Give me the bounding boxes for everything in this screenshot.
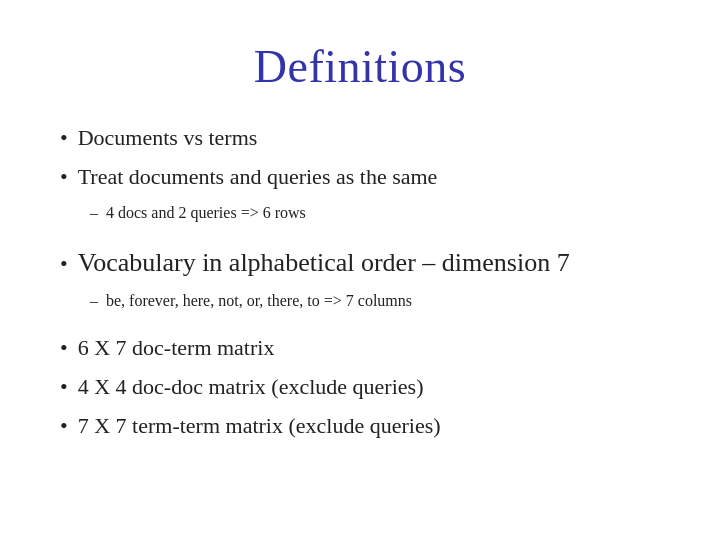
- sub-dash: –: [90, 204, 98, 222]
- bullet-dot: •: [60, 411, 68, 442]
- bullet-text: 7 X 7 term-term matrix (exclude queries): [78, 411, 441, 442]
- bullet-dot: •: [60, 333, 68, 364]
- sub-list-item: – 4 docs and 2 queries => 6 rows: [90, 201, 660, 225]
- bullet-dot: •: [60, 372, 68, 403]
- sub-list-item: – be, forever, here, not, or, there, to …: [90, 289, 660, 313]
- bullet-dot: •: [60, 162, 68, 193]
- bullet-text: Documents vs terms: [78, 123, 258, 154]
- slide-title: Definitions: [60, 40, 660, 93]
- list-item: • 4 X 4 doc-doc matrix (exclude queries): [60, 372, 660, 403]
- list-item: • Treat documents and queries as the sam…: [60, 162, 660, 193]
- bullet-text: Vocabulary in alphabetical order – dimen…: [78, 245, 570, 281]
- list-item: • Documents vs terms: [60, 123, 660, 154]
- bullet-dot: •: [60, 249, 68, 280]
- bullet-text: Treat documents and queries as the same: [78, 162, 438, 193]
- bullet-text: 6 X 7 doc-term matrix: [78, 333, 275, 364]
- list-item: • 6 X 7 doc-term matrix: [60, 333, 660, 364]
- sub-text: 4 docs and 2 queries => 6 rows: [106, 201, 306, 225]
- bullet-dot: •: [60, 123, 68, 154]
- list-item: • Vocabulary in alphabetical order – dim…: [60, 245, 660, 281]
- content-area: • Documents vs terms • Treat documents a…: [60, 123, 660, 445]
- slide: Definitions • Documents vs terms • Treat…: [0, 0, 720, 540]
- sub-text: be, forever, here, not, or, there, to =>…: [106, 289, 412, 313]
- bullet-text: 4 X 4 doc-doc matrix (exclude queries): [78, 372, 424, 403]
- sub-dash: –: [90, 292, 98, 310]
- list-item: • 7 X 7 term-term matrix (exclude querie…: [60, 411, 660, 442]
